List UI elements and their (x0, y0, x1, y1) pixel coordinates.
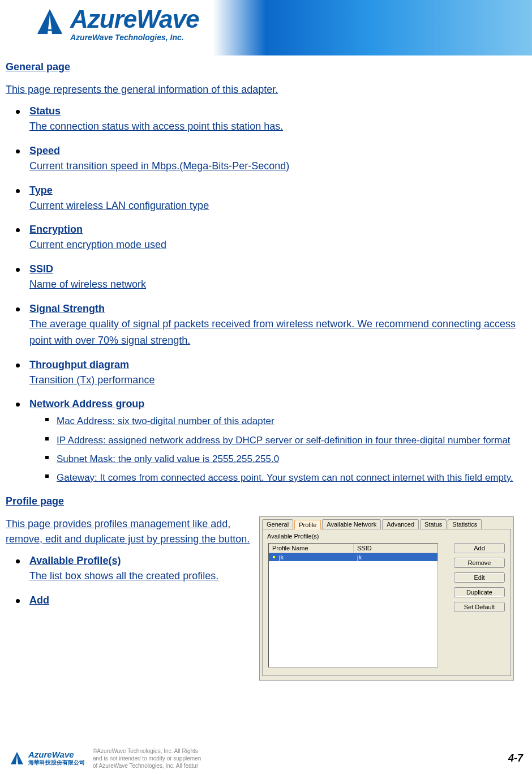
item-desc-encryption: Current encryption mode used (29, 237, 526, 253)
legal-line-2: and is not intended to modify or supplem… (93, 755, 500, 762)
profile-page-heading: Profile page (6, 495, 526, 507)
remove-button[interactable]: Remove (454, 558, 505, 568)
item-title-status: Status (29, 105, 61, 117)
list-row-selected[interactable]: jk jk (269, 553, 437, 561)
profile-dialog: General Profile Available Network Advanc… (259, 516, 514, 681)
legal-line-3: of AzureWave Technologies, Inc. All feat… (93, 762, 500, 769)
add-button[interactable]: Add (454, 543, 505, 553)
general-page-heading: General page (6, 61, 526, 73)
logo-mark-icon (34, 7, 66, 39)
item-title-encryption: Encryption (29, 224, 83, 236)
legal-line-1: ©AzureWave Technologies, Inc. All Rights (93, 747, 500, 755)
dialog-tabs: General Profile Available Network Advanc… (260, 517, 513, 529)
item-title-ssid: SSID (29, 263, 53, 275)
profile-page-intro: This page provides profiles management l… (6, 516, 255, 547)
footer-legal: ©AzureWave Technologies, Inc. All Rights… (93, 747, 500, 769)
item-title-add: Add (29, 595, 49, 606)
col-profile-name: Profile Name (269, 544, 354, 553)
tab-status[interactable]: Status (420, 519, 447, 529)
footer-logo-mark-icon (9, 751, 25, 767)
netaddr-sublist: Mac Address: six two-digital number of t… (29, 413, 526, 485)
tab-profile[interactable]: Profile (294, 520, 321, 529)
item-desc-status: The connection status with access point … (29, 118, 526, 135)
row-ssid: jk (354, 553, 437, 561)
tab-general[interactable]: General (262, 519, 293, 529)
profile-listbox[interactable]: Profile Name SSID jk jk (268, 543, 438, 668)
sub-ip: IP Address: assigned network address by … (57, 435, 510, 446)
item-desc-throughput: Transition (Tx) performance (29, 372, 526, 388)
tab-available-network[interactable]: Available Network (322, 519, 381, 529)
brand-name: AzureWave (70, 7, 199, 32)
general-page-intro: This page represents the general informa… (6, 82, 526, 97)
dialog-button-column: Add Remove Edit Duplicate Set Default (454, 543, 505, 612)
sub-gateway: Gateway: It comes from connected access … (57, 472, 513, 483)
sub-mac: Mac Address: six two-digital number of t… (57, 416, 274, 426)
general-item-list: Status The connection status with access… (6, 105, 526, 485)
page-number: 4-7 (508, 752, 523, 764)
item-title-signal: Signal Strength (29, 303, 105, 315)
col-ssid: SSID (354, 544, 437, 553)
item-desc-ssid: Name of wireless network (29, 276, 526, 293)
edit-button[interactable]: Edit (454, 572, 505, 583)
item-title-type: Type (29, 185, 53, 196)
available-profiles-label: Available Profile(s) (267, 533, 506, 540)
page-footer: AzureWave 海華科技股份有限公司 ©AzureWave Technolo… (0, 747, 532, 769)
dialog-panel: Available Profile(s) Profile Name SSID j… (262, 529, 511, 676)
antenna-icon (271, 554, 277, 560)
tab-statistics[interactable]: Statistics (448, 519, 482, 529)
item-desc-signal: The average quality of signal pf packets… (29, 316, 526, 349)
item-title-netaddr: Network Address group (29, 398, 144, 410)
profile-item-list: Available Profile(s) The list box shows … (6, 555, 255, 606)
item-desc-available-profiles: The list box shows all the created profi… (29, 568, 255, 584)
sub-subnet: Subnet Mask: the only valid value is 255… (57, 454, 279, 464)
brand-logo: AzureWave AzureWave Technologies, Inc. (34, 7, 199, 42)
footer-logo: AzureWave 海華科技股份有限公司 (9, 750, 85, 767)
item-title-throughput: Throughput diagram (29, 359, 129, 371)
footer-brand-cn: 海華科技股份有限公司 (28, 759, 85, 767)
item-desc-type: Current wireless LAN configuration type (29, 198, 526, 214)
duplicate-button[interactable]: Duplicate (454, 587, 505, 597)
brand-tagline: AzureWave Technologies, Inc. (70, 33, 199, 42)
footer-brand-name: AzureWave (28, 750, 85, 759)
set-default-button[interactable]: Set Default (454, 602, 505, 612)
list-header: Profile Name SSID (269, 544, 437, 553)
row-profile-name: jk (279, 554, 284, 561)
item-desc-speed: Current transition speed in Mbps.(Mega-B… (29, 158, 526, 174)
brand-banner: AzureWave AzureWave Technologies, Inc. (0, 0, 532, 55)
item-title-available-profiles: Available Profile(s) (29, 555, 121, 567)
item-title-speed: Speed (29, 145, 60, 157)
tab-advanced[interactable]: Advanced (382, 519, 419, 529)
